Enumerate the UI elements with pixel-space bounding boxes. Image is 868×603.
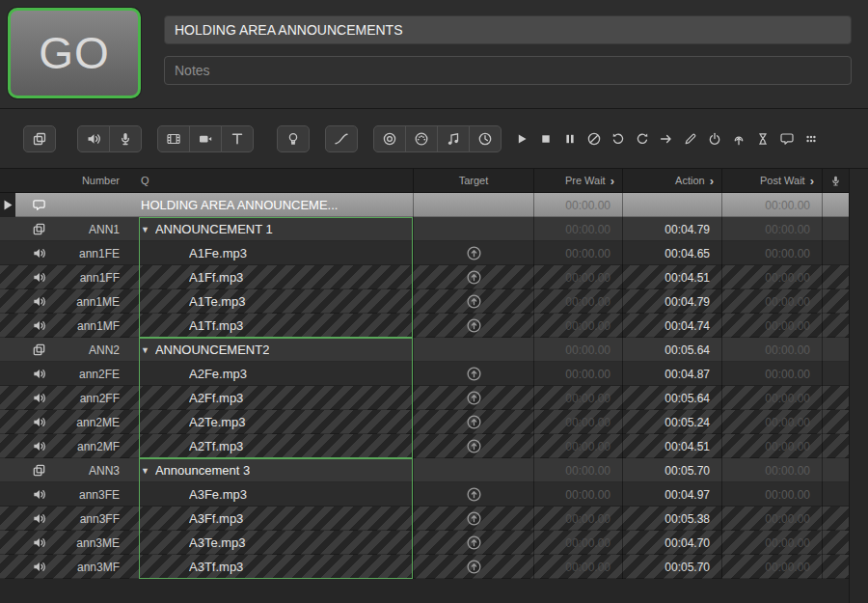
target-cell xyxy=(413,386,533,410)
cue-row[interactable]: ANN3 ▼ Announcement 3 00:00.00 00:05.70 … xyxy=(0,458,849,482)
cue-row[interactable]: ann2FF A2Ff.mp3 00:00.00 00:05.64 00:00.… xyxy=(0,386,849,410)
cue-type-cell xyxy=(15,265,62,289)
cue-row[interactable]: ann2ME A2Te.mp3 00:00.00 00:05.24 00:00.… xyxy=(0,410,849,434)
mic-cue-button[interactable] xyxy=(109,125,142,152)
cue-row[interactable]: ann1MF A1Tf.mp3 00:00.00 00:04.74 00:00.… xyxy=(0,314,849,338)
post-wait-value: 00:00.00 xyxy=(721,531,822,555)
timecode-cue-button[interactable] xyxy=(469,125,502,152)
vertical-scrollbar[interactable] xyxy=(849,169,868,603)
pre-wait-value: 00:00.00 xyxy=(533,410,622,434)
light-cue-button[interactable] xyxy=(277,125,310,152)
target-cell xyxy=(413,217,533,241)
audio-cue-group xyxy=(77,125,142,152)
flag-cell xyxy=(822,265,849,289)
playhead-cell xyxy=(0,458,15,482)
fade-curve-icon xyxy=(334,131,349,147)
cue-name-cell: A3Te.mp3 xyxy=(125,531,413,555)
group-cue-button[interactable] xyxy=(23,125,56,152)
post-wait-expand-chevron-icon[interactable]: › xyxy=(810,175,814,187)
light-cue-group xyxy=(277,125,310,152)
disclosure-triangle-icon[interactable]: ▼ xyxy=(141,225,149,234)
cue-row[interactable]: ann3FF A3Ff.mp3 00:00.00 00:05.38 00:00.… xyxy=(0,507,849,531)
cue-row[interactable]: ann3MF A3Tf.mp3 00:00.00 00:05.70 00:00.… xyxy=(0,555,849,579)
video-cue-button[interactable] xyxy=(157,125,190,152)
cue-name: A3Fe.mp3 xyxy=(189,487,247,502)
camera-cue-button[interactable] xyxy=(189,125,222,152)
midi-file-cue-button[interactable] xyxy=(437,125,470,152)
cue-type-cell xyxy=(15,458,62,482)
cue-row[interactable]: ANN1 ▼ ANNOUNCEMENT 1 00:00.00 00:04.79 … xyxy=(0,217,849,241)
speaker-cue-icon xyxy=(32,511,46,526)
playhead-cell xyxy=(0,314,15,338)
undo-arrow-icon xyxy=(610,131,626,147)
cue-row[interactable]: ann1ME A1Te.mp3 00:00.00 00:04.79 00:00.… xyxy=(0,289,849,314)
post-wait-value: 00:00.00 xyxy=(721,217,822,241)
action-label: Action xyxy=(675,175,705,186)
memo-cue-button[interactable] xyxy=(774,125,799,152)
flag-cell xyxy=(822,555,849,579)
goto-cue-button[interactable] xyxy=(654,125,678,152)
cue-row[interactable]: ann1FE A1Fe.mp3 00:00.00 00:04.65 00:00.… xyxy=(0,241,849,265)
group-icon xyxy=(32,131,47,147)
wait-cue-button[interactable] xyxy=(750,125,774,152)
cue-list-body: HOLDING AREA ANNOUNCEME... 00:00.00 00:0… xyxy=(0,193,849,579)
cue-row[interactable]: ann2FE A2Fe.mp3 00:00.00 00:04.87 00:00.… xyxy=(0,362,849,386)
target-cell xyxy=(413,410,533,434)
target-cue-button[interactable] xyxy=(678,125,702,152)
play-icon xyxy=(514,131,529,147)
reset-cue-button[interactable] xyxy=(606,125,630,152)
playhead-cell xyxy=(0,338,15,362)
action-value: 00:05.70 xyxy=(622,555,721,579)
cue-row[interactable]: ANN2 ▼ ANNOUNCEMENT2 00:00.00 00:05.64 0… xyxy=(0,338,849,362)
cue-number: ann2FF xyxy=(62,386,125,410)
cue-row[interactable]: ann2MF A2Tf.mp3 00:00.00 00:04.51 00:00.… xyxy=(0,434,849,458)
flag-cell xyxy=(822,241,849,265)
fade-cue-button[interactable] xyxy=(325,125,358,152)
midi-cue-button[interactable] xyxy=(405,125,438,152)
cue-row[interactable]: ann1FF A1Ff.mp3 00:00.00 00:04.51 00:00.… xyxy=(0,265,849,289)
pre-wait-expand-chevron-icon[interactable]: › xyxy=(610,175,614,187)
target-up-arrow-icon xyxy=(467,391,481,405)
playhead-cell xyxy=(0,265,15,289)
cue-name-cell: HOLDING AREA ANNOUNCEME... xyxy=(125,193,413,217)
notes-field[interactable] xyxy=(164,56,852,85)
cue-number: ANN2 xyxy=(62,338,125,362)
video-cue-group xyxy=(157,125,254,152)
cue-list: Number Q Target Pre Wait› Action› Post W… xyxy=(0,169,868,603)
column-header-audition[interactable] xyxy=(822,169,849,192)
disclosure-triangle-icon[interactable]: ▼ xyxy=(141,345,149,355)
disarm-cue-button[interactable] xyxy=(726,125,750,152)
action-expand-chevron-icon[interactable]: › xyxy=(710,175,714,187)
target-up-arrow-icon xyxy=(467,535,481,550)
cue-type-cell xyxy=(15,507,62,531)
cue-type-cell xyxy=(15,410,62,434)
start-cue-button[interactable] xyxy=(509,125,533,152)
column-header-pre-wait: Pre Wait› xyxy=(533,169,622,192)
arm-cue-button[interactable] xyxy=(702,125,726,152)
target-up-arrow-icon xyxy=(467,270,481,285)
pause-cue-button[interactable] xyxy=(557,125,582,152)
cue-type-cell xyxy=(15,217,62,241)
text-cue-button[interactable] xyxy=(221,125,254,152)
network-cue-button[interactable] xyxy=(373,125,406,152)
target-cell xyxy=(413,362,533,386)
arrow-up-arc-icon xyxy=(731,131,746,147)
disclosure-triangle-icon[interactable]: ▼ xyxy=(141,466,149,476)
cue-title-field[interactable] xyxy=(164,15,852,44)
go-button[interactable]: GO xyxy=(8,8,141,98)
action-value: 00:05.24 xyxy=(622,410,721,434)
cue-row[interactable]: ann3ME A3Te.mp3 00:00.00 00:04.70 00:00.… xyxy=(0,531,849,555)
target-cell xyxy=(413,241,533,265)
script-cue-button[interactable] xyxy=(799,125,823,152)
stop-cue-button[interactable] xyxy=(533,125,557,152)
cue-type-cell xyxy=(15,289,62,314)
devamp-cue-button[interactable] xyxy=(630,125,654,152)
target-up-arrow-icon xyxy=(467,318,481,333)
cue-row[interactable]: ann3FE A3Fe.mp3 00:00.00 00:04.97 00:00.… xyxy=(0,482,849,507)
speaker-cue-icon xyxy=(32,415,46,429)
playhead-cell xyxy=(0,241,15,265)
target-cell xyxy=(413,289,533,314)
audio-cue-button[interactable] xyxy=(77,125,110,152)
load-cue-button[interactable] xyxy=(582,125,606,152)
cue-row[interactable]: HOLDING AREA ANNOUNCEME... 00:00.00 00:0… xyxy=(0,193,849,217)
